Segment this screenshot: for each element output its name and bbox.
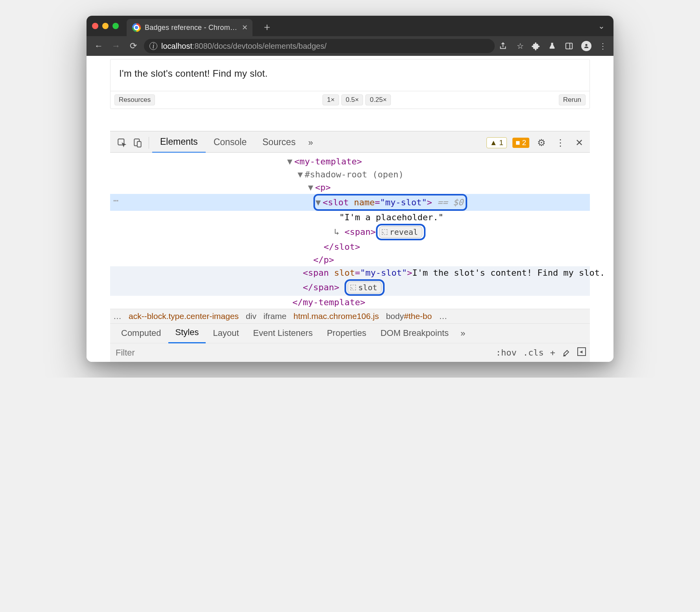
browser-tab[interactable]: Badges reference - Chrome De ✕	[127, 19, 252, 36]
dom-node[interactable]: <span slot="my-slot">I'm the slot's cont…	[110, 266, 590, 279]
toolbar-actions: ☆ ⋮	[499, 41, 608, 51]
zoom-half-button[interactable]: 0.5×	[341, 94, 363, 105]
breadcrumb-item[interactable]: iframe	[263, 312, 286, 321]
inspect-element-icon[interactable]	[114, 135, 130, 151]
tab-computed[interactable]: Computed	[114, 324, 168, 343]
demo-text: I'm the slot's content! Find my slot.	[111, 59, 589, 91]
tab-properties[interactable]: Properties	[320, 324, 373, 343]
close-tab-icon[interactable]: ✕	[242, 23, 248, 32]
reveal-badge-highlight: reveal	[376, 224, 426, 240]
dom-tree[interactable]: ▼<my-template> ▼#shadow-root (open) ▼<p>…	[110, 153, 590, 309]
dom-node[interactable]: </my-template>	[110, 296, 590, 309]
dom-text-node[interactable]: "I'm a placeholder."	[110, 211, 590, 224]
url-input[interactable]: i localhost:8080/docs/devtools/elements/…	[144, 39, 495, 53]
reload-button[interactable]: ⟳	[127, 41, 140, 51]
tab-elements[interactable]: Elements	[152, 133, 206, 153]
styles-tabs: Computed Styles Layout Event Listeners P…	[110, 323, 590, 343]
warnings-badge[interactable]: ▲ 1	[486, 137, 507, 148]
breadcrumb-item[interactable]: body#the-bo	[386, 312, 432, 321]
zoom-quarter-button[interactable]: 0.25×	[365, 94, 391, 105]
maximize-window-button[interactable]	[112, 23, 119, 29]
devtools-menu-icon[interactable]: ⋮	[554, 137, 567, 148]
devtools-panel: Elements Console Sources » ▲ 1 ■ 2 ⚙ ⋮ ✕…	[110, 131, 590, 362]
forward-button[interactable]: →	[109, 41, 123, 51]
row-actions-icon[interactable]: ⋯	[113, 194, 119, 207]
selection-highlight: ▼<slot name="my-slot"> == $0	[313, 194, 468, 211]
close-window-button[interactable]	[92, 23, 98, 29]
reveal-icon	[382, 229, 387, 235]
tab-event-listeners[interactable]: Event Listeners	[246, 324, 320, 343]
back-button[interactable]: ←	[92, 41, 105, 51]
svg-point-2	[585, 44, 587, 46]
tab-title: Badges reference - Chrome De	[145, 24, 238, 32]
svg-rect-0	[566, 43, 573, 49]
kebab-menu-icon[interactable]: ⋮	[598, 41, 608, 51]
separator	[149, 137, 149, 149]
page-viewport: I'm the slot's content! Find my slot. Re…	[87, 56, 613, 362]
chrome-favicon-icon	[132, 23, 141, 32]
devtools-tabs: Elements Console Sources » ▲ 1 ■ 2 ⚙ ⋮ ✕	[110, 131, 590, 153]
slot-badge[interactable]: slot	[348, 282, 381, 293]
url-host: localhost:8080/docs/devtools/elements/ba…	[161, 42, 326, 51]
breadcrumb-ellipsis[interactable]: …	[439, 312, 447, 321]
extensions-puzzle-icon[interactable]	[532, 42, 542, 50]
styles-filter-input[interactable]	[114, 348, 490, 358]
tab-console[interactable]: Console	[206, 133, 254, 152]
tab-styles[interactable]: Styles	[168, 323, 206, 343]
browser-window: Badges reference - Chrome De ✕ ＋ ⌄ ← → ⟳…	[87, 16, 613, 362]
paint-brush-icon[interactable]	[562, 348, 571, 358]
address-bar: ← → ⟳ i localhost:8080/docs/devtools/ele…	[87, 36, 613, 56]
dom-node[interactable]: </p>	[110, 253, 590, 266]
breadcrumb-ellipsis[interactable]: …	[113, 312, 122, 321]
minimize-window-button[interactable]	[102, 23, 109, 29]
breadcrumb-item[interactable]: div	[246, 312, 256, 321]
breadcrumb-item[interactable]: ack--block.type.center-images	[129, 312, 239, 321]
bookmark-star-icon[interactable]: ☆	[515, 41, 525, 51]
tab-layout[interactable]: Layout	[206, 324, 246, 343]
labs-flask-icon[interactable]	[548, 42, 558, 50]
errors-count: 2	[522, 138, 526, 147]
slot-badge-label: slot	[358, 282, 377, 293]
share-icon[interactable]	[499, 42, 509, 50]
dom-slotted-node[interactable]: ↳ <span>reveal	[110, 224, 590, 240]
dom-node-shadow-root[interactable]: ▼#shadow-root (open)	[110, 168, 590, 181]
toggle-class-button[interactable]: .cls	[523, 348, 544, 358]
titlebar: Badges reference - Chrome De ✕ ＋ ⌄	[87, 16, 613, 36]
settings-gear-icon[interactable]: ⚙	[535, 137, 548, 148]
more-tabs-icon[interactable]: »	[304, 138, 318, 148]
toggle-hover-button[interactable]: :hov	[496, 348, 517, 358]
tab-list-chevron-icon[interactable]: ⌄	[598, 21, 605, 31]
side-panel-icon[interactable]	[565, 42, 575, 50]
styles-filter-bar: :hov .cls +	[110, 343, 590, 362]
dom-node[interactable]: ▼<my-template>	[110, 155, 590, 168]
dom-node[interactable]: </slot>	[110, 240, 590, 253]
dom-node-continued[interactable]: </span> slot	[110, 279, 590, 296]
toggle-sidebar-icon[interactable]	[577, 347, 586, 358]
tab-dom-breakpoints[interactable]: DOM Breakpoints	[373, 324, 456, 343]
warnings-count: 1	[499, 138, 503, 147]
traffic-lights	[92, 23, 119, 29]
dom-breadcrumb[interactable]: … ack--block.type.center-images div ifra…	[110, 309, 590, 323]
rerun-button[interactable]: Rerun	[559, 94, 586, 105]
profile-avatar-icon[interactable]	[581, 41, 591, 51]
tab-sources[interactable]: Sources	[254, 133, 303, 152]
dom-node[interactable]: ▼<p>	[110, 181, 590, 194]
errors-badge[interactable]: ■ 2	[512, 138, 529, 148]
slot-badge-highlight: slot	[344, 279, 385, 296]
svg-rect-5	[137, 141, 141, 147]
close-devtools-icon[interactable]: ✕	[573, 137, 586, 148]
new-tab-button[interactable]: ＋	[256, 20, 278, 34]
site-info-icon[interactable]: i	[149, 42, 157, 50]
dom-node-selected[interactable]: ⋯ ▼<slot name="my-slot"> == $0	[110, 194, 590, 211]
breadcrumb-item[interactable]: html.mac.chrome106.js	[293, 312, 379, 321]
device-toggle-icon[interactable]	[130, 135, 146, 151]
new-style-rule-button[interactable]: +	[550, 348, 555, 358]
zoom-1x-button[interactable]: 1×	[322, 94, 339, 105]
resources-button[interactable]: Resources	[114, 94, 155, 105]
demo-footer: Resources 1× 0.5× 0.25× Rerun	[111, 91, 589, 109]
reveal-badge[interactable]: reveal	[379, 226, 422, 238]
demo-container: I'm the slot's content! Find my slot. Re…	[110, 59, 590, 109]
reveal-label: reveal	[390, 226, 418, 238]
slot-icon	[350, 285, 356, 290]
more-styles-tabs-icon[interactable]: »	[456, 328, 470, 339]
